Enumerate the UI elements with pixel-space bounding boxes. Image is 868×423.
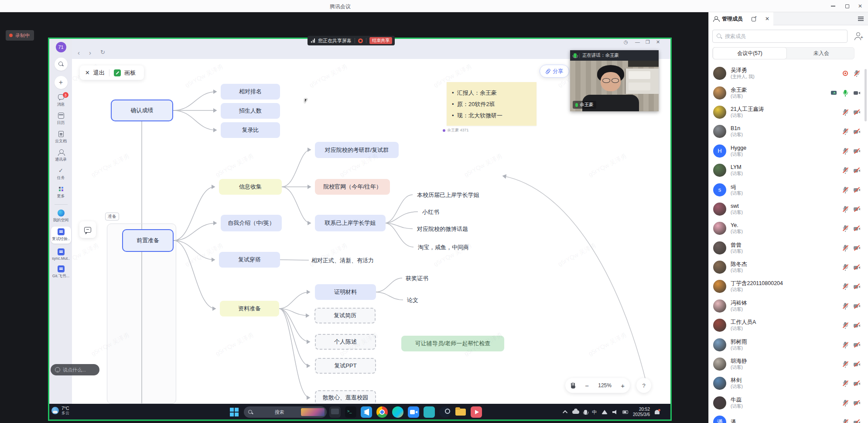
menu-icon[interactable] xyxy=(858,17,864,17)
sidebar-item-8[interactable]: sync.Mut.. xyxy=(51,248,71,261)
screen-sharing-icon[interactable] xyxy=(830,89,837,96)
member-row[interactable]: Ye.(访客) xyxy=(709,219,868,238)
camera-off-icon[interactable] xyxy=(853,303,860,310)
node-self-intro[interactable]: 自我介绍（中/英） xyxy=(221,215,282,231)
folder-app-icon[interactable] xyxy=(455,406,466,418)
node-statement[interactable]: 个人陈述 xyxy=(315,334,376,350)
board-label[interactable]: 画板 xyxy=(124,69,136,77)
member-row[interactable]: 郭树雨(访客) xyxy=(709,335,868,354)
camera-off-icon[interactable] xyxy=(853,361,860,368)
text-weibo[interactable]: 对应院校的微博话题 xyxy=(417,225,468,233)
sidebar-item-1[interactable]: 日历 xyxy=(51,112,71,126)
mic-muted-icon[interactable] xyxy=(842,206,849,213)
camera-on-icon[interactable] xyxy=(853,89,860,96)
camera-off-icon[interactable] xyxy=(853,264,860,271)
member-row[interactable]: 21人工王鑫涛(访客) xyxy=(709,103,868,122)
minimize-button[interactable] xyxy=(830,3,837,10)
search-button[interactable] xyxy=(55,58,68,71)
mic-muted-icon[interactable] xyxy=(842,186,849,193)
mic-muted-icon[interactable] xyxy=(842,225,849,232)
notification-bell-icon[interactable] xyxy=(655,410,660,414)
meeting-app-icon[interactable] xyxy=(408,406,419,418)
add-button[interactable]: + xyxy=(55,76,68,89)
camera-off-icon[interactable] xyxy=(853,283,860,290)
taskbar-weather[interactable]: 7°C多云 xyxy=(51,406,69,416)
nav-forward-icon[interactable]: › xyxy=(89,49,91,56)
mic-muted-icon[interactable] xyxy=(842,283,849,290)
tray-expand-icon[interactable] xyxy=(563,410,567,415)
camera-off-icon[interactable] xyxy=(853,419,860,423)
camera-off-icon[interactable] xyxy=(853,380,860,387)
member-row[interactable]: 潘潘 xyxy=(709,413,868,423)
sidebar-item-7[interactable]: 复试经验.. xyxy=(51,227,71,244)
member-row[interactable]: swt(访客) xyxy=(709,199,868,219)
camera-off-icon[interactable] xyxy=(853,167,860,174)
share-button[interactable]: 分享 xyxy=(540,65,569,78)
mic-muted-icon[interactable] xyxy=(842,419,849,423)
speaker-video-thumbnail[interactable]: 正在讲话：余王豪 余王豪 xyxy=(570,50,659,111)
onedrive-icon[interactable] xyxy=(572,410,579,414)
node-exam-group[interactable]: 对应院校的考研群/复试群 xyxy=(315,142,399,158)
sticky-note[interactable]: 汇报人：余王豪 原：20软件2班 现：北大软微研一 xyxy=(447,82,537,126)
sidebar-item-3[interactable]: 通讯录 xyxy=(51,149,71,162)
manage-members-tab[interactable]: 管理成员 ✕ xyxy=(709,12,773,25)
node-info-collect[interactable]: 信息收集 xyxy=(219,179,282,195)
node-official-site[interactable]: 院校官网（今年/往年） xyxy=(315,179,390,195)
add-member-icon[interactable]: + xyxy=(854,32,863,41)
tab-in-meeting[interactable]: 会议中(57) xyxy=(713,47,787,59)
camera-off-icon[interactable] xyxy=(853,206,860,213)
mic-muted-icon[interactable] xyxy=(842,341,849,348)
camera-off-icon[interactable] xyxy=(853,225,860,232)
node-teacher-check[interactable]: 可让辅导员/老师一起帮忙检查 xyxy=(401,336,504,351)
taskbar-search[interactable]: 搜索 xyxy=(244,406,327,418)
mic-muted-icon[interactable] xyxy=(842,244,849,251)
mic-muted-icon[interactable] xyxy=(842,322,849,329)
mic-muted-icon[interactable] xyxy=(842,109,849,116)
record-toggle-icon[interactable] xyxy=(358,38,363,43)
mic-muted-icon[interactable] xyxy=(842,303,849,310)
terminal-app-icon[interactable] xyxy=(345,406,356,418)
group-tag[interactable]: 准备 xyxy=(105,213,119,220)
member-row[interactable]: 曾曾(访客) xyxy=(709,238,868,258)
chrome-app-icon[interactable] xyxy=(376,406,388,418)
stop-sharing-button[interactable]: 结束共享 xyxy=(369,37,392,44)
start-button[interactable] xyxy=(230,408,239,416)
camera-off-icon[interactable] xyxy=(853,244,860,251)
camera-off-icon[interactable] xyxy=(853,322,860,329)
camera-off-icon[interactable] xyxy=(853,399,860,406)
camera-off-icon[interactable] xyxy=(853,341,860,348)
recording-indicator-icon[interactable] xyxy=(842,70,849,77)
node-materials[interactable]: 资料准备 xyxy=(220,301,279,316)
node-outfit[interactable]: 复试穿搭 xyxy=(219,252,280,268)
member-row[interactable]: 牛蕊(访客) xyxy=(709,393,868,413)
vscode-app-icon[interactable] xyxy=(361,406,372,418)
popout-icon[interactable] xyxy=(752,17,756,21)
mic-muted-icon[interactable] xyxy=(853,70,860,77)
member-row[interactable]: 余王豪(访客) xyxy=(709,83,868,102)
camera-off-icon[interactable] xyxy=(853,186,860,193)
camera-off-icon[interactable] xyxy=(853,109,860,116)
exit-label[interactable]: 退出 xyxy=(93,69,105,77)
member-row[interactable]: 陈冬杰(访客) xyxy=(709,258,868,277)
maximize-button[interactable] xyxy=(844,3,851,10)
close-button[interactable]: ✕ xyxy=(857,3,864,10)
text-award[interactable]: 获奖证书 xyxy=(406,275,428,282)
sidebar-item-9[interactable]: Git.飞书... xyxy=(51,265,71,279)
mic-muted-icon[interactable] xyxy=(842,167,849,174)
feishu-close-icon[interactable]: ✕ xyxy=(656,39,660,45)
text-xiaohongshu[interactable]: 小红书 xyxy=(422,208,439,216)
mic-muted-icon[interactable] xyxy=(842,380,849,387)
steam-app-icon[interactable] xyxy=(439,406,451,418)
sidebar-item-5[interactable]: 更多 xyxy=(51,186,71,199)
clock[interactable]: 20:522025/3/6 xyxy=(633,407,650,417)
node-relax[interactable]: 散散心、逛逛校园 xyxy=(315,390,376,405)
refresh-icon[interactable]: ↻ xyxy=(100,49,105,55)
panel-close-icon[interactable]: ✕ xyxy=(765,16,769,22)
text-paper[interactable]: 论文 xyxy=(407,296,418,304)
zoom-level[interactable]: 125% xyxy=(598,382,612,389)
scrollbar[interactable] xyxy=(865,69,867,121)
member-row[interactable]: 工作人员A(访客) xyxy=(709,316,868,335)
teal-app-app-icon[interactable] xyxy=(424,406,435,418)
text-taobao[interactable]: 淘宝，咸鱼，中间商 xyxy=(418,244,469,251)
member-search-input[interactable]: 搜索成员 xyxy=(712,30,847,43)
